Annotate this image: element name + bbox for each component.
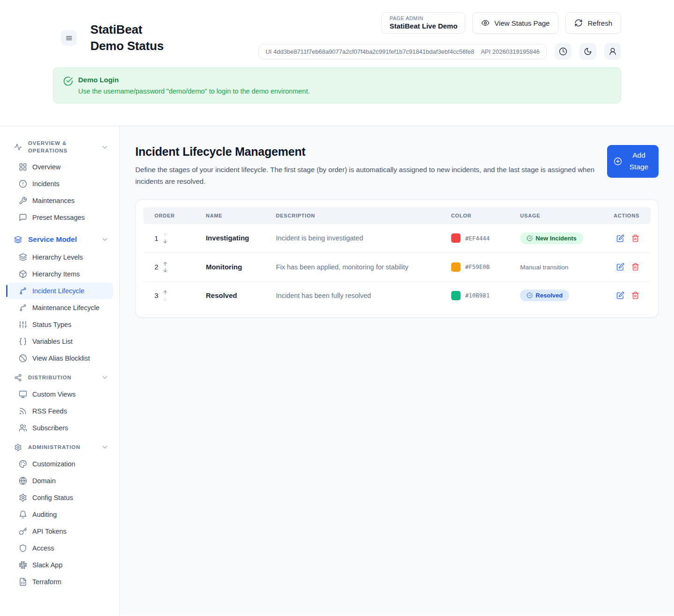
menu-button[interactable] bbox=[61, 30, 77, 46]
page-title-line2: Demo Status bbox=[90, 38, 164, 54]
sidebar-item-slack-app[interactable]: Slack App bbox=[6, 557, 113, 573]
order-number: 2 bbox=[154, 263, 158, 271]
sidebar-item-label: Auditing bbox=[32, 511, 57, 518]
sidebar-section-overview-operations[interactable]: OVERVIEW & OPERATIONS bbox=[6, 137, 113, 158]
color-hex: #10B981 bbox=[465, 292, 490, 299]
sidebar-item-label: Custom Views bbox=[32, 391, 75, 398]
alert-circle-icon bbox=[19, 180, 27, 188]
sidebar-section-label: OVERVIEW & OPERATIONS bbox=[28, 140, 95, 154]
monitor-icon bbox=[19, 390, 27, 399]
sidebar-item-api-tokens[interactable]: API Tokens bbox=[6, 523, 113, 540]
stage-description: Fix has been applied, monitoring for sta… bbox=[276, 263, 409, 271]
sidebar-item-label: Maintenances bbox=[32, 197, 74, 204]
plus-circle-icon bbox=[614, 157, 622, 166]
globe-icon bbox=[19, 477, 27, 485]
sidebar-item-label: Terraform bbox=[32, 578, 61, 586]
account-button[interactable] bbox=[604, 43, 621, 60]
activity-icon bbox=[14, 143, 22, 151]
dark-mode-button[interactable] bbox=[579, 43, 596, 60]
sidebar-item-label: Status Types bbox=[32, 321, 72, 328]
lifecycle-icon bbox=[19, 287, 27, 295]
sidebar-item-domain[interactable]: Domain bbox=[6, 472, 113, 489]
view-status-page-button[interactable]: View Status Page bbox=[472, 12, 558, 34]
sidebar-section-service-model[interactable]: Service Model bbox=[6, 232, 113, 248]
edit-icon bbox=[616, 263, 624, 271]
delete-stage-button[interactable] bbox=[631, 263, 639, 271]
sidebar-section-distribution[interactable]: DISTRIBUTION bbox=[6, 370, 113, 385]
braces-icon bbox=[19, 337, 27, 346]
arrow-down-icon bbox=[162, 239, 168, 244]
refresh-icon bbox=[574, 19, 583, 27]
delete-stage-button[interactable] bbox=[631, 234, 639, 242]
column-header-color: COLOR bbox=[440, 207, 509, 224]
sidebar-item-label: Overview bbox=[32, 163, 60, 171]
move-up-button[interactable] bbox=[162, 289, 168, 296]
sidebar-item-hierarchy-levels[interactable]: Hierarchy Levels bbox=[6, 249, 113, 266]
sidebar-item-rss-feeds[interactable]: RSS Feeds bbox=[6, 403, 113, 420]
menu-icon bbox=[65, 34, 73, 42]
move-down-button[interactable] bbox=[162, 238, 168, 245]
sliders-icon bbox=[19, 320, 27, 329]
sidebar-item-custom-views[interactable]: Custom Views bbox=[6, 386, 113, 403]
sidebar-item-hierarchy-items[interactable]: Hierarchy Items bbox=[6, 266, 113, 283]
rss-icon bbox=[19, 407, 27, 415]
sidebar-item-maintenances[interactable]: Maintenances bbox=[6, 192, 113, 209]
chevron-down-icon bbox=[101, 374, 109, 381]
delete-stage-button[interactable] bbox=[631, 291, 639, 299]
sidebar-item-terraform[interactable]: Terraform bbox=[6, 573, 113, 590]
page-title-line1: StatiBeat bbox=[90, 22, 164, 38]
moon-icon bbox=[584, 47, 592, 56]
sidebar-item-overview[interactable]: Overview bbox=[6, 159, 113, 175]
sidebar-item-customization[interactable]: Customization bbox=[6, 456, 113, 472]
trash-icon bbox=[631, 263, 639, 271]
column-header-actions: ACTIONS bbox=[602, 207, 651, 224]
move-down-button[interactable] bbox=[162, 267, 168, 274]
edit-stage-button[interactable] bbox=[616, 263, 624, 271]
sidebar-item-view-alias-blocklist[interactable]: View Alias Blocklist bbox=[6, 350, 113, 367]
sidebar-item-status-types[interactable]: Status Types bbox=[6, 316, 113, 333]
stage-name: Investigating bbox=[206, 234, 249, 242]
chevron-down-icon bbox=[101, 144, 109, 151]
sidebar-section-administration[interactable]: ADMINISTRATION bbox=[6, 440, 113, 455]
sidebar-section-label: DISTRIBUTION bbox=[28, 374, 95, 382]
sidebar-item-preset-messages[interactable]: Preset Messages bbox=[6, 209, 113, 226]
add-stage-button[interactable]: Add Stage bbox=[607, 145, 659, 178]
menu-icon bbox=[65, 34, 73, 42]
sidebar-item-label: Customization bbox=[32, 460, 75, 468]
sidebar-item-label: Subscribers bbox=[32, 424, 68, 432]
edit-stage-button[interactable] bbox=[616, 291, 624, 299]
edit-stage-button[interactable] bbox=[616, 234, 624, 242]
arrow-up-icon bbox=[162, 232, 168, 238]
grid-icon bbox=[19, 163, 27, 171]
demo-login-banner: Demo Login Use the username/password "de… bbox=[53, 67, 621, 103]
palette-icon bbox=[19, 460, 27, 468]
section-title: Incident Lifecycle Management bbox=[135, 145, 607, 159]
api-build-id: API 20260319195846 bbox=[481, 48, 540, 55]
sidebar-item-auditing[interactable]: Auditing bbox=[6, 506, 113, 523]
refresh-button[interactable]: Refresh bbox=[565, 12, 621, 34]
column-header-name: NAME bbox=[195, 207, 265, 224]
color-hex: #F59E0B bbox=[465, 263, 490, 270]
sidebar-item-label: Slack App bbox=[32, 561, 63, 569]
sidebar-item-config-status[interactable]: Config Status bbox=[6, 489, 113, 506]
history-button[interactable] bbox=[555, 43, 571, 60]
sidebar-item-label: Config Status bbox=[32, 494, 73, 501]
message-square-icon bbox=[19, 213, 27, 222]
sidebar-item-label: Maintenance Lifecycle bbox=[32, 304, 99, 312]
sidebar-item-subscribers[interactable]: Subscribers bbox=[6, 420, 113, 436]
sidebar: OVERVIEW & OPERATIONSOverviewIncidentsMa… bbox=[0, 126, 120, 616]
sidebar-item-variables-list[interactable]: Variables List bbox=[6, 333, 113, 350]
sidebar-item-maintenance-lifecycle[interactable]: Maintenance Lifecycle bbox=[6, 299, 113, 316]
sidebar-section-label: Service Model bbox=[28, 235, 95, 245]
sidebar-item-incident-lifecycle[interactable]: Incident Lifecycle bbox=[6, 283, 113, 299]
color-swatch bbox=[451, 262, 461, 272]
move-down-button[interactable] bbox=[162, 296, 168, 302]
order-number: 1 bbox=[154, 234, 158, 242]
move-up-button[interactable] bbox=[162, 232, 168, 238]
clock-icon bbox=[559, 47, 567, 56]
move-up-button[interactable] bbox=[162, 261, 168, 267]
sidebar-item-incidents[interactable]: Incidents bbox=[6, 175, 113, 192]
sidebar-item-access[interactable]: Access bbox=[6, 540, 113, 557]
sidebar-item-label: Preset Messages bbox=[32, 214, 85, 221]
chevron-down-icon bbox=[101, 236, 109, 243]
